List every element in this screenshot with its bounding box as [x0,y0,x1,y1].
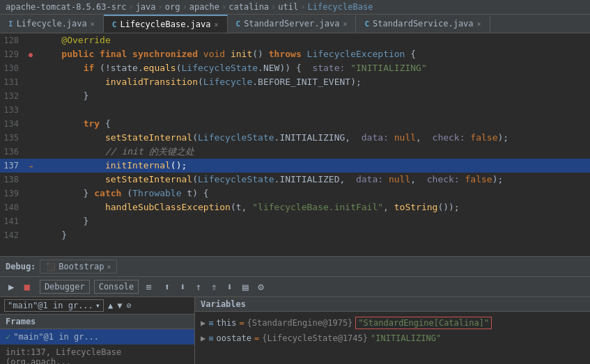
tab-close-2[interactable]: × [343,20,347,28]
line-num-134: 134 [0,119,24,129]
frames-up-btn[interactable]: ▲ [108,301,113,310]
frame-check-icon: ✓ [6,332,10,342]
debugger-btn[interactable]: Debugger [40,280,90,294]
code-line-135: 135 setStateInternal(LifecycleState.INIT… [0,131,590,145]
frame-text-1: init:137, LifecycleBase (org.apach... [6,347,189,364]
run-to-cursor-btn[interactable]: ⇑ [208,280,219,294]
var-icon-this: ≡ [208,318,213,328]
dropdown-arrow-icon: ▾ [95,301,100,310]
list-icon[interactable]: ≡ [143,280,154,294]
line-num-130: 130 [0,63,24,73]
frames-filter-btn[interactable]: ⊘ [127,301,132,310]
code-line-141: 141 } [0,214,590,228]
frames-content: ✓ "main"@1 in gr... init:137, LifecycleB… [0,329,194,364]
tab-icon-1: C [112,20,117,29]
breadcrumb-apache[interactable]: apache [189,2,219,12]
var-ref-this: {StandardEngine@1975} [247,318,353,328]
tab-standardserver-java[interactable]: C StandardServer.java × [228,15,357,32]
toolbar-left: ▶ ■ [6,280,33,294]
var-arrow-state[interactable]: ▶ [201,333,205,343]
code-line-128: 128 @Override [0,33,590,47]
line-num-142: 142 [0,230,24,240]
resume-btn[interactable]: ▶ [6,280,17,294]
tab-close-1[interactable]: × [214,21,218,29]
tab-standardservice-java[interactable]: C StandardService.java × [356,15,490,32]
code-editor: 128 @Override 129 ● public final synchro… [0,33,590,256]
var-equals-0: = [239,318,244,328]
tab-label-3: StandardService.java [373,19,474,29]
frame-text-0: "main"@1 in gr... [13,332,99,342]
step-into-btn[interactable]: ⬇ [177,280,188,294]
code-line-134: 134 try { [0,117,590,131]
frames-toolbar: "main"@1 in gr... ▾ ▲ ▼ ⊘ [0,297,194,315]
debug-bootstrap-tab[interactable]: ⬛ Bootstrap × [40,260,117,274]
frame-row-init[interactable]: init:137, LifecycleBase (org.apach... [0,345,194,364]
breadcrumb-org[interactable]: org [165,2,180,12]
debug-label: Debug: [6,262,36,271]
debug-bar: Debug: ⬛ Bootstrap × [0,256,590,277]
line-content-139: } catch (Throwable t) { [37,187,209,200]
line-num-135: 135 [0,133,24,143]
settings-btn[interactable]: ⚙ [255,280,266,294]
var-value-state: "INITIALIZING" [371,333,441,343]
var-row-state: ▶ ≡ oostate = {LifecycleState@1745} "INI… [195,331,590,345]
line-num-136: 136 [0,147,24,157]
debug-panels: "main"@1 in gr... ▾ ▲ ▼ ⊘ Frames ✓ "main… [0,297,590,364]
toolbar-step-controls: ⬆ ⬇ ↑ ⇑ ⬇ ▤ ⚙ [162,280,267,294]
step-over-btn[interactable]: ⬆ [162,280,173,294]
frames-dropdown[interactable]: "main"@1 in gr... ▾ [4,299,104,312]
line-content-140: handleSubClassException(t, "lifecycleBas… [37,200,460,214]
stop-btn[interactable]: ■ [21,280,32,294]
frames-down-btn[interactable]: ▼ [117,301,122,310]
tab-close-0[interactable]: × [91,20,95,28]
breadcrumb-java[interactable]: java [136,2,156,12]
line-num-128: 128 [0,35,24,45]
line-content-129: public final synchronized void init() th… [37,47,416,61]
line-gutter-137: → [24,162,37,170]
bootstrap-icon: ⬛ [46,262,56,271]
breadcrumb-root[interactable]: apache-tomcat-8.5.63-src [6,2,126,12]
line-num-141: 141 [0,216,24,226]
var-equals-1: = [254,333,259,343]
code-line-142: 142 } [0,228,590,242]
frame-row-main[interactable]: ✓ "main"@1 in gr... [0,329,194,345]
code-line-138: 138 setStateInternal(LifecycleState.INIT… [0,173,590,187]
line-content-134: try { [37,117,111,131]
code-line-130: 130 if (!state.equals(LifecycleState.NEW… [0,61,590,75]
debug-toolbar: ▶ ■ Debugger Console ≡ ⬆ ⬇ ↑ ⇑ ⬇ ▤ ⚙ [0,277,590,297]
tab-close-3[interactable]: × [477,20,481,28]
line-content-128: @Override [37,33,111,47]
breadcrumb-class: LifecycleBase [307,2,373,12]
console-btn[interactable]: Console [94,280,139,294]
breadcrumb-catalina[interactable]: catalina [228,2,269,12]
var-name-state: oostate [216,333,251,343]
breadcrumb-sep-5: › [300,2,305,12]
line-content-138: setStateInternal(LifecycleState.INITIALI… [37,173,503,187]
breadcrumb-sep-1: › [158,2,163,12]
line-num-131: 131 [0,77,24,87]
line-content-142: } [37,228,67,242]
tab-lifecyclebase-java[interactable]: C LifecycleBase.java × [104,15,228,33]
code-line-133: 133 [0,103,590,117]
code-line-129: 129 ● public final synchronized void ini… [0,47,590,61]
tab-lifecycle-java[interactable]: I Lifecycle.java × [0,15,104,32]
line-content-130: if (!state.equals(LifecycleState.NEW)) {… [37,61,427,75]
tab-icon-0: I [8,19,13,29]
line-num-138: 138 [0,175,24,184]
frames-header: Frames [0,315,194,329]
evaluate-btn[interactable]: ⬇ [224,280,235,294]
breadcrumb-util[interactable]: util [278,2,298,12]
line-content-132: } [37,89,88,103]
step-out-btn[interactable]: ↑ [193,280,204,294]
line-num-129: 129 [0,49,24,59]
code-line-140: 140 handleSubClassException(t, "lifecycl… [0,200,590,214]
tab-icon-2: C [236,19,241,29]
tab-icon-3: C [364,19,369,29]
var-arrow-this[interactable]: ▶ [201,318,205,328]
frames-btn[interactable]: ▤ [240,280,251,294]
breadcrumb-sep-3: › [222,2,226,12]
line-gutter-129: ● [24,51,37,58]
line-content-137: initInternal(); [37,159,187,173]
tab-label-2: StandardServer.java [244,19,339,29]
debug-tab-close[interactable]: × [107,263,111,271]
